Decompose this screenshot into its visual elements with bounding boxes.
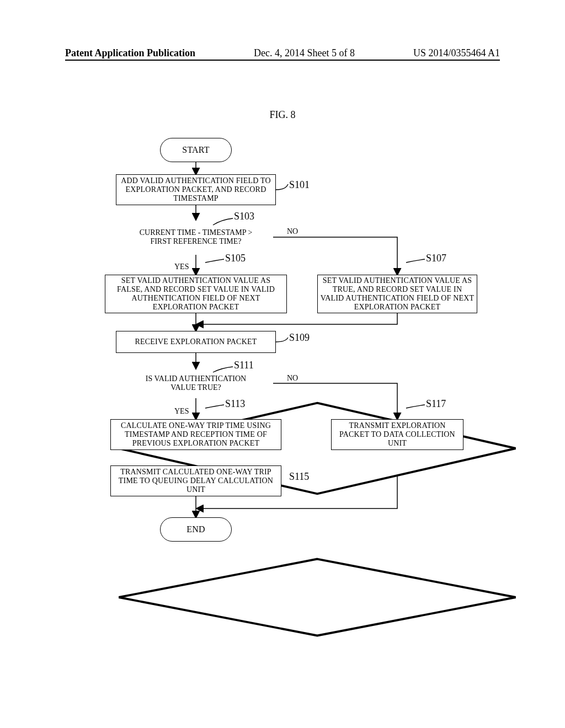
step-s117-text: TRANSMIT EXPLORATION PACKET TO DATA COLL… <box>334 421 461 448</box>
label-s105: S105 <box>225 253 246 264</box>
terminal-end-label: END <box>186 524 205 534</box>
figure-label: FIG. 8 <box>0 109 565 121</box>
step-s115: TRANSMIT CALCULATED ONE-WAY TRIP TIME TO… <box>110 465 281 496</box>
label-s117: S117 <box>426 398 446 410</box>
step-s113: CALCULATE ONE-WAY TRIP TIME USING TIMEST… <box>110 419 281 450</box>
branch-yes-1: YES <box>174 263 189 271</box>
header-mid: Dec. 4, 2014 Sheet 5 of 8 <box>254 47 355 59</box>
step-s101: ADD VALID AUTHENTICATION FIELD TO EXPLOR… <box>116 174 276 205</box>
decision-s103-text: CURRENT TIME - TIMESTAMP > FIRST REFEREN… <box>119 228 273 246</box>
page-header: Patent Application Publication Dec. 4, 2… <box>0 47 565 59</box>
header-left: Patent Application Publication <box>65 47 195 59</box>
label-s109: S109 <box>289 332 310 344</box>
svg-marker-9 <box>119 559 516 636</box>
step-s107: SET VALID AUTHENTICATION VALUE AS TRUE, … <box>317 275 477 313</box>
flowchart: START ADD VALID AUTHENTICATION FIELD TO … <box>99 138 497 596</box>
step-s105: SET VALID AUTHENTICATION VALUE AS FALSE,… <box>105 275 287 313</box>
label-s107: S107 <box>426 253 446 264</box>
step-s109-text: RECEIVE EXPLORATION PACKET <box>135 338 257 346</box>
branch-no-1: NO <box>287 227 298 236</box>
header-rule <box>65 60 500 61</box>
step-s105-text: SET VALID AUTHENTICATION VALUE AS FALSE,… <box>108 276 284 312</box>
branch-no-2: NO <box>287 374 298 383</box>
step-s107-text: SET VALID AUTHENTICATION VALUE AS TRUE, … <box>320 276 475 312</box>
page: Patent Application Publication Dec. 4, 2… <box>0 0 565 728</box>
decision-s111: IS VALID AUTHENTICATION VALUE TRUE? <box>119 368 273 398</box>
label-s113: S113 <box>225 398 245 410</box>
step-s101-text: ADD VALID AUTHENTICATION FIELD TO EXPLOR… <box>119 176 273 203</box>
header-right: US 2014/0355464 A1 <box>413 47 500 59</box>
label-s101: S101 <box>289 179 310 191</box>
label-s103: S103 <box>234 211 254 222</box>
label-s111: S111 <box>234 360 254 371</box>
decision-s111-text: IS VALID AUTHENTICATION VALUE TRUE? <box>119 374 273 392</box>
step-s115-text: TRANSMIT CALCULATED ONE-WAY TRIP TIME TO… <box>113 468 279 494</box>
decision-s103: CURRENT TIME - TIMESTAMP > FIRST REFEREN… <box>119 220 273 255</box>
terminal-start-label: START <box>182 145 209 155</box>
terminal-end: END <box>160 517 232 542</box>
flowchart-connectors <box>99 138 497 596</box>
branch-yes-2: YES <box>174 407 189 416</box>
step-s109: RECEIVE EXPLORATION PACKET <box>116 331 276 353</box>
step-s113-text: CALCULATE ONE-WAY TRIP TIME USING TIMEST… <box>113 421 279 448</box>
terminal-start: START <box>160 138 232 162</box>
label-s115: S115 <box>289 471 309 483</box>
step-s117: TRANSMIT EXPLORATION PACKET TO DATA COLL… <box>331 419 463 450</box>
